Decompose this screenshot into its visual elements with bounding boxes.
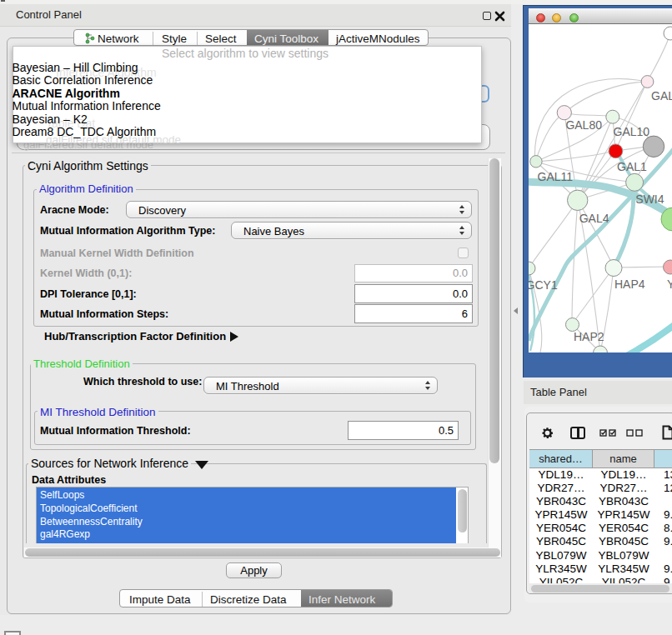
svg-text:Y: Y — [667, 278, 672, 291]
svg-text:HAP2: HAP2 — [574, 330, 604, 343]
svg-text:GCY1: GCY1 — [529, 278, 558, 292]
svg-text:GAL80: GAL80 — [565, 118, 602, 132]
svg-text:SWI4: SWI4 — [635, 192, 664, 206]
svg-text:GAL11: GAL11 — [538, 170, 574, 183]
svg-text:GAL7: GAL7 — [651, 89, 672, 102]
svg-text:GAL10: GAL10 — [614, 125, 650, 138]
svg-text:GAL4: GAL4 — [579, 212, 609, 225]
svg-text:HAP4: HAP4 — [614, 278, 645, 291]
svg-text:GAL1: GAL1 — [617, 160, 647, 173]
